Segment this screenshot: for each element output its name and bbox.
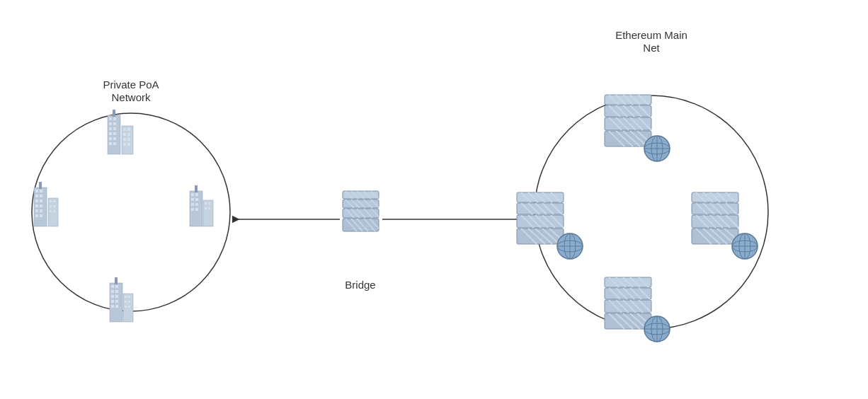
svg-rect-64 <box>111 290 114 293</box>
svg-rect-45 <box>53 210 55 212</box>
svg-rect-74 <box>125 296 127 298</box>
eth-globe-left <box>557 233 583 259</box>
svg-rect-9 <box>109 132 112 135</box>
svg-rect-63 <box>115 285 118 288</box>
svg-rect-31 <box>40 200 42 202</box>
svg-rect-70 <box>111 305 114 308</box>
svg-rect-36 <box>35 214 38 217</box>
eth-server-top <box>605 95 651 146</box>
svg-rect-69 <box>115 300 118 303</box>
svg-rect-11 <box>109 137 112 140</box>
svg-rect-29 <box>40 195 42 197</box>
svg-rect-17 <box>123 128 126 131</box>
svg-rect-54 <box>195 208 198 211</box>
main-canvas: Private PoA Network Ethereum Main Net Br… <box>0 0 868 399</box>
svg-rect-44 <box>50 210 52 212</box>
svg-rect-71 <box>115 305 118 308</box>
svg-rect-8 <box>113 127 116 130</box>
eth-label: Ethereum Main <box>615 29 687 41</box>
building-bottom-small <box>123 294 133 322</box>
svg-rect-5 <box>109 122 112 125</box>
svg-rect-41 <box>53 200 55 202</box>
svg-rect-4 <box>113 117 116 120</box>
svg-rect-52 <box>195 203 198 206</box>
svg-rect-72 <box>115 277 118 284</box>
svg-rect-15 <box>113 110 115 117</box>
svg-rect-67 <box>115 295 118 298</box>
svg-rect-78 <box>125 306 127 308</box>
svg-rect-60 <box>208 207 210 209</box>
svg-rect-23 <box>123 143 126 146</box>
svg-rect-40 <box>50 200 52 202</box>
svg-rect-68 <box>111 300 114 303</box>
building-bottom-main <box>110 277 122 322</box>
svg-rect-79 <box>128 306 130 308</box>
svg-rect-26 <box>35 190 38 192</box>
svg-rect-59 <box>205 207 207 209</box>
svg-rect-34 <box>35 209 38 212</box>
svg-rect-35 <box>40 209 42 212</box>
eth-server-right <box>692 192 738 244</box>
svg-rect-51 <box>191 203 194 206</box>
svg-rect-22 <box>127 138 130 141</box>
svg-rect-7 <box>109 127 112 130</box>
svg-rect-18 <box>127 128 130 131</box>
svg-rect-27 <box>40 190 42 192</box>
svg-rect-24 <box>127 143 130 146</box>
svg-rect-50 <box>195 198 198 201</box>
svg-rect-10 <box>113 132 116 135</box>
svg-rect-75 <box>128 296 130 298</box>
svg-rect-28 <box>35 195 38 197</box>
svg-rect-21 <box>123 138 126 141</box>
building-right-main <box>190 185 202 226</box>
poa-label: Private PoA <box>103 79 159 91</box>
bridge-server <box>343 191 379 231</box>
eth-globe-bottom <box>644 316 670 342</box>
svg-rect-65 <box>115 290 118 293</box>
eth-globe-top <box>644 136 670 161</box>
svg-rect-13 <box>109 142 112 145</box>
svg-rect-32 <box>35 204 38 207</box>
svg-rect-14 <box>113 142 116 145</box>
svg-rect-42 <box>50 205 52 207</box>
eth-server-bottom <box>605 277 651 329</box>
svg-rect-6 <box>113 122 116 125</box>
building-top-right <box>122 126 133 154</box>
building-left-small <box>48 198 58 226</box>
poa-label2: Network <box>111 91 151 103</box>
svg-rect-77 <box>128 301 130 303</box>
svg-rect-76 <box>125 301 127 303</box>
svg-rect-66 <box>111 295 114 298</box>
svg-rect-33 <box>40 204 42 207</box>
svg-rect-57 <box>205 202 207 204</box>
svg-rect-55 <box>195 185 198 192</box>
svg-rect-37 <box>40 214 42 217</box>
bridge-label: Bridge <box>345 279 375 291</box>
svg-rect-43 <box>53 205 55 207</box>
svg-rect-19 <box>123 133 126 136</box>
svg-rect-49 <box>191 198 194 201</box>
eth-server-left <box>517 192 564 244</box>
svg-rect-38 <box>39 182 42 189</box>
svg-rect-62 <box>111 285 114 288</box>
svg-rect-12 <box>113 137 116 140</box>
svg-rect-20 <box>127 133 130 136</box>
eth-label2: Net <box>643 42 660 54</box>
svg-rect-58 <box>208 202 210 204</box>
building-left-main <box>34 182 47 226</box>
svg-rect-30 <box>35 200 38 202</box>
svg-rect-48 <box>195 193 198 196</box>
svg-rect-3 <box>109 117 112 120</box>
svg-rect-53 <box>191 208 194 211</box>
eth-globe-right <box>732 233 758 259</box>
building-top-left <box>108 110 120 154</box>
building-right-small <box>203 200 213 226</box>
svg-rect-47 <box>191 193 194 196</box>
